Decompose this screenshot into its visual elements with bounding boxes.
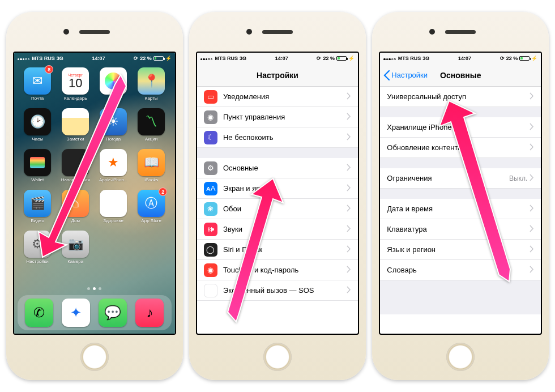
speaker-icon: 🕪	[204, 223, 217, 236]
message-icon: 💬	[104, 305, 121, 321]
signal-dots-icon	[200, 56, 214, 61]
bookmark-icon: ★	[108, 155, 119, 170]
row-language[interactable]: Язык и регион	[380, 240, 541, 260]
row-keyboard[interactable]: Клавиатура	[380, 219, 541, 240]
app-notes[interactable]: Заметки	[58, 108, 93, 148]
app-videos[interactable]: 🎬Видео	[20, 190, 56, 229]
app-health[interactable]: ♥︎Здоровье	[96, 190, 131, 229]
phone-icon: ✆	[33, 305, 45, 321]
battery-icon	[336, 56, 347, 61]
nav-bar: Настройки Основные	[380, 64, 541, 87]
app-clock[interactable]: 🕑Часы	[20, 108, 56, 148]
wallpaper-icon: ❀	[204, 202, 217, 216]
gear-icon: ⚙︎	[32, 237, 43, 252]
phone-frame-2: MTS RUS 3G 14:07 ⟳ 22 % ⚡ Настройки ▭Уве…	[189, 12, 366, 380]
row-control-center[interactable]: ◉Пункт управления	[197, 107, 358, 127]
signal-dots-icon	[383, 56, 396, 61]
app-home[interactable]: ⌂Дом	[58, 190, 93, 229]
envelope-icon: ✉︎	[32, 74, 42, 88]
badge: 8	[45, 65, 53, 74]
row-datetime[interactable]: Дата и время	[380, 199, 541, 219]
clapper-icon: 🎬	[30, 196, 45, 211]
row-dictionary[interactable]: Словарь	[380, 260, 541, 280]
phone-frame-3: MTS RUS 3G 14:07 ⟳ 22 % ⚡ Настройки Осно…	[372, 12, 549, 380]
app-photos[interactable]: Фото	[96, 67, 131, 107]
camera-icon: 📷	[68, 237, 83, 252]
clock-icon: 🕑	[30, 114, 45, 129]
sun-cloud-icon: ☀︎	[108, 114, 119, 129]
row-general[interactable]: ⚙︎Основные	[197, 158, 358, 178]
row-siri[interactable]: ◯Siri и Поиск	[197, 240, 358, 260]
dock-music[interactable]: ♪	[135, 299, 164, 327]
wallet-icon	[30, 157, 45, 168]
sos-icon: SOS	[204, 284, 217, 297]
siri-icon: ◯	[204, 243, 217, 257]
rotation-lock-icon: ⟳	[317, 56, 321, 61]
general-list[interactable]: Универсальный доступ Хранилище iPhone Об…	[380, 87, 541, 314]
app-settings[interactable]: ⚙︎Настройки	[20, 231, 56, 270]
charging-icon: ⚡	[531, 56, 537, 61]
status-bar: MTS RUS 3G 14:07 ⟳ 22 % ⚡	[197, 53, 358, 64]
book-icon: 📖	[144, 155, 159, 170]
dock-phone[interactable]: ✆	[25, 299, 53, 327]
settings-list[interactable]: ▭Уведомления ◉Пункт управления ☾Не беспо…	[197, 87, 358, 301]
phone-frame-1: MTS RUS 3G 14:07 ⟳ 22 % ⚡ ✉︎8Почта Четве…	[6, 12, 183, 380]
chevron-right-icon	[530, 92, 534, 101]
fingerprint-icon: ◉	[204, 263, 217, 277]
status-time: 14:07	[458, 56, 471, 61]
app-bookmark[interactable]: ★Apple-iPhon...	[96, 149, 131, 189]
row-storage[interactable]: Хранилище iPhone	[380, 117, 541, 138]
signal-dots-icon	[18, 56, 31, 61]
app-ibooks[interactable]: 📖iBooks	[134, 149, 169, 189]
app-stocks[interactable]: 〽︎Акции	[134, 108, 169, 148]
screen-home: MTS RUS 3G 14:07 ⟳ 22 % ⚡ ✉︎8Почта Четве…	[13, 52, 176, 335]
house-icon: ⌂	[72, 196, 79, 211]
app-reminders[interactable]: Напоминания	[58, 149, 93, 189]
nav-bar: Настройки	[197, 64, 358, 87]
battery-icon	[153, 56, 164, 61]
app-wallet[interactable]: Wallet	[20, 149, 56, 189]
app-mail[interactable]: ✉︎8Почта	[20, 67, 56, 107]
row-sounds[interactable]: 🕪Звуки	[197, 219, 358, 240]
status-time: 14:07	[92, 56, 105, 61]
badge: 2	[159, 188, 167, 196]
charging-icon: ⚡	[348, 56, 355, 61]
moon-icon: ☾	[204, 131, 217, 144]
app-camera[interactable]: 📷Камера	[58, 231, 93, 270]
row-display[interactable]: ᴀAЭкран и яркость	[197, 178, 358, 199]
row-notifications[interactable]: ▭Уведомления	[197, 87, 358, 107]
home-button[interactable]	[263, 343, 292, 371]
row-sos[interactable]: SOSЭкстренный вызов — SOS	[197, 280, 358, 301]
home-button[interactable]	[80, 343, 109, 371]
row-wallpaper[interactable]: ❀Обои	[197, 199, 358, 219]
chevron-right-icon	[347, 92, 351, 101]
row-dnd[interactable]: ☾Не беспокоить	[197, 127, 358, 148]
back-button[interactable]: Настройки	[383, 64, 428, 86]
dock-messages[interactable]: 💬	[99, 299, 127, 327]
row-bgrefresh[interactable]: Обновление контента	[380, 138, 541, 158]
page-title: Основные	[440, 71, 481, 80]
row-restrictions[interactable]: ОграниченияВыкл.	[380, 168, 541, 189]
home-button[interactable]	[446, 343, 475, 371]
row-accessibility[interactable]: Универсальный доступ	[380, 87, 541, 107]
sliders-icon: ◉	[204, 110, 217, 124]
flower-icon	[105, 73, 122, 90]
status-bar: MTS RUS 3G 14:07 ⟳ 22 % ⚡	[380, 53, 541, 64]
status-bar: MTS RUS 3G 14:07 ⟳ 22 % ⚡	[14, 53, 175, 64]
app-calendar[interactable]: Четверг10Календарь	[58, 67, 93, 107]
screen-general: MTS RUS 3G 14:07 ⟳ 22 % ⚡ Настройки Осно…	[379, 52, 542, 335]
rotation-lock-icon: ⟳	[134, 56, 138, 61]
music-note-icon: ♪	[146, 305, 153, 321]
row-touchid[interactable]: ◉Touch ID и код-пароль	[197, 260, 358, 280]
app-maps[interactable]: 📍Карты	[134, 67, 169, 107]
bell-icon: ▭	[204, 90, 217, 104]
brightness-icon: ᴀA	[204, 182, 217, 195]
app-appstore[interactable]: Ⓐ2App Store	[134, 190, 169, 229]
page-dots	[14, 287, 175, 290]
stocks-icon: 〽︎	[145, 114, 157, 129]
appstore-icon: Ⓐ	[145, 195, 157, 212]
dock-safari[interactable]: ✦	[62, 299, 90, 327]
app-weather[interactable]: ☀︎Погода	[96, 108, 131, 148]
heart-icon: ♥︎	[110, 196, 117, 211]
compass-icon: ✦	[70, 305, 82, 321]
